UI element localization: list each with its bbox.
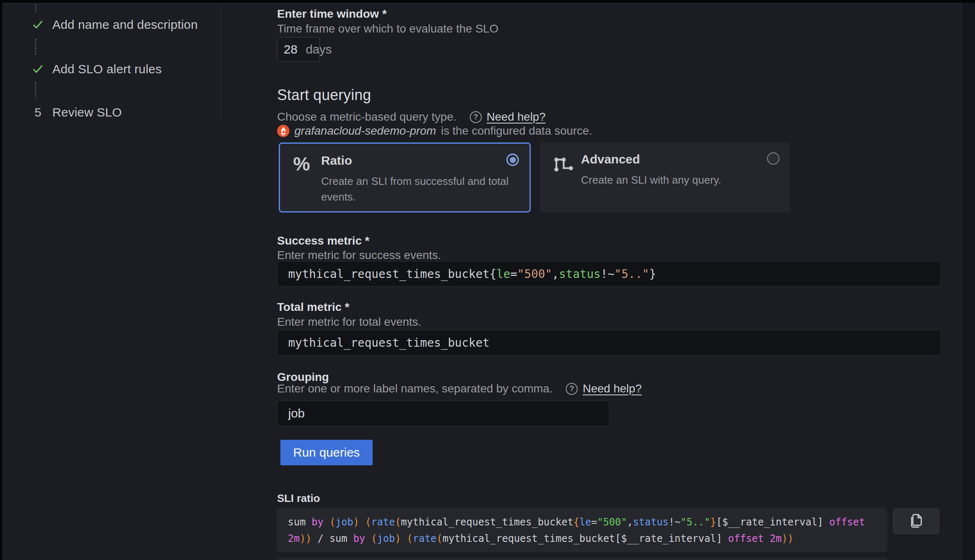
radio-unselected-icon[interactable] (767, 152, 779, 165)
total-metric-input[interactable]: mythical_request_times_bucket (277, 330, 941, 355)
total-metric-label: Total metric * (277, 301, 349, 314)
sli-ratio-code: sum by (job) (rate(mythical_request_time… (276, 508, 887, 552)
check-icon (32, 63, 44, 75)
sli-ratio-label: SLI ratio (277, 492, 320, 505)
time-window-input[interactable]: 28 days (277, 37, 320, 62)
help-circle-icon[interactable]: ? (566, 383, 578, 395)
datasource-suffix: is the configured data source. (441, 124, 592, 138)
success-metric-description: Enter metric for success events. (277, 249, 441, 262)
wizard-panel: Add name and description Add SLO alert r… (2, 3, 961, 560)
run-queries-button[interactable]: Run queries (280, 440, 373, 465)
sli-ratio-code-line2: 2m)) / sum by (job) (rate(mythical_reque… (288, 530, 876, 547)
step-line-icon (553, 154, 575, 175)
time-window-value[interactable]: 28 (284, 42, 297, 56)
percent-icon: % (293, 153, 310, 175)
copy-icon (907, 511, 926, 532)
copy-button[interactable] (893, 509, 939, 534)
step-label: Add SLO alert rules (52, 62, 162, 76)
sidebar-step-alert-rules[interactable]: Add SLO alert rules (32, 61, 162, 77)
query-type-card-advanced[interactable]: Advanced Create an SLI with any query. (540, 142, 790, 212)
grouping-value: job (288, 406, 305, 420)
grouping-description: Enter one or more label names, separated… (277, 382, 553, 395)
time-window-label: Enter time window * (277, 7, 387, 21)
total-metric-description: Enter metric for total events. (277, 315, 421, 329)
card-description: Create an SLI from successful and total … (321, 173, 519, 205)
step-number: 5 (32, 105, 44, 119)
step-connector (35, 4, 36, 12)
step-label: Review SLO (52, 105, 122, 119)
check-icon (32, 19, 44, 31)
query-type-card-ratio[interactable]: % Ratio Create an SLI from successful an… (279, 142, 531, 212)
success-metric-input[interactable]: mythical_request_times_bucket{le="500", … (277, 261, 941, 287)
card-title: Advanced (581, 152, 640, 166)
datasource-name: grafanacloud-sedemo-prom (294, 124, 436, 138)
sidebar-divider (221, 3, 222, 123)
time-window-unit: days (306, 42, 331, 56)
need-help-link[interactable]: Need help? (487, 110, 546, 124)
prometheus-icon (277, 125, 289, 137)
section-title: Start querying (277, 86, 371, 104)
grouping-input[interactable]: job (277, 401, 609, 426)
card-title: Ratio (321, 154, 352, 168)
radio-selected-icon[interactable] (506, 154, 519, 166)
right-gutter (961, 3, 975, 560)
step-label: Add name and description (52, 18, 198, 32)
need-help-link[interactable]: Need help? (583, 382, 641, 395)
query-type-subtitle: Choose a metric-based query type. (277, 110, 457, 124)
step-connector (35, 82, 36, 98)
card-description: Create an SLI with any query. (581, 172, 779, 188)
sidebar-step-name-description[interactable]: Add name and description (32, 16, 198, 33)
next-code-block-partial (276, 558, 887, 560)
time-window-description: Time frame over which to evaluate the SL… (277, 22, 498, 35)
sli-ratio-code-line1: sum by (job) (rate(mythical_request_time… (288, 514, 876, 530)
step-connector (35, 39, 36, 54)
success-metric-label: Success metric * (277, 234, 369, 247)
sidebar-step-review-slo[interactable]: 5 Review SLO (32, 104, 122, 121)
help-circle-icon[interactable]: ? (470, 111, 482, 123)
